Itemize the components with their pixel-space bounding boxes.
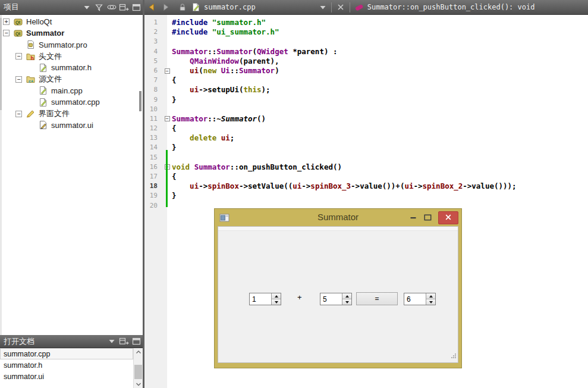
maximize-icon[interactable] [420,214,435,221]
line-number: 10 [144,105,162,114]
code-text: { [172,76,177,85]
current-symbol[interactable]: Summator::on_pushButton_clicked(): void [367,3,535,11]
collapse-icon[interactable]: − [15,53,22,60]
code-line-3[interactable]: 3 [144,37,588,46]
tree-item-界面文件[interactable]: −界面文件 [2,108,138,119]
tree-item-label: Summator.pro [39,40,87,49]
expand-icon[interactable]: + [3,18,10,25]
method-symbol-icon [353,2,365,12]
code-line-2[interactable]: 2#include "ui_summator.h" [144,27,588,37]
tree-item-summator.cpp[interactable]: summator.cpp [2,96,138,108]
code-text: Summator::~Summator() [172,114,266,124]
tree-item-Summator[interactable]: −QtSummator [2,27,138,39]
line-number: 11 [144,114,162,124]
open-documents-scrollbar[interactable] [133,348,143,388]
collapse-icon[interactable]: − [15,76,22,83]
spinbox-a-up-button[interactable] [272,293,281,299]
equals-button[interactable]: = [356,292,398,305]
svg-text:Qt: Qt [15,20,21,25]
spinbox-result[interactable]: 6 [404,293,436,305]
close-file-icon[interactable] [335,3,347,11]
file-type-icon [190,3,202,11]
tree-item-summator.h[interactable]: summator.h [2,62,138,73]
code-text: { [172,172,177,182]
qt-creator-window: 项目 +QtHelloQt−QtSummatorSummator.pro−h头文… [0,0,588,388]
collapse-icon[interactable]: − [3,30,10,36]
arrow-down-icon [345,301,349,303]
open-document-summator.cpp[interactable]: summator.cpp [0,348,133,359]
code-text: #include "summator.h" [172,18,266,27]
tree-item-头文件[interactable]: −h头文件 [2,51,138,62]
code-line-12[interactable]: 12{ [144,124,588,133]
collapse-icon[interactable]: − [15,111,22,117]
scrollbar-thumb[interactable] [134,365,142,379]
code-line-8[interactable]: 8 ui->setupUi(this); [144,85,588,95]
filter-icon[interactable] [93,0,105,15]
code-line-4[interactable]: 4Summator::Summator(QWidget *parent) : [144,47,588,57]
scroll-up-icon[interactable] [134,348,143,356]
spinbox-b-value[interactable]: 5 [320,293,342,305]
tree-item-label: Summator [26,29,64,37]
chevron-down-icon[interactable] [105,334,118,349]
tree-item-HelloQt[interactable]: +QtHelloQt [2,16,138,27]
tree-scrollbar-thumb[interactable] [139,91,142,111]
code-line-10[interactable]: 10 [144,105,588,114]
spinbox-a[interactable]: 1 [249,293,281,305]
tree-item-summator.ui[interactable]: summator.ui [2,120,138,131]
code-line-14[interactable]: 14} [144,143,588,152]
code-line-19[interactable]: 19} [144,191,588,201]
open-file-name[interactable]: summator.cpp [204,3,256,11]
spinbox-b-up-button[interactable] [342,293,351,299]
tree-item-Summator.pro[interactable]: Summator.pro [2,39,138,51]
spinbox-b[interactable]: 5 [320,293,352,305]
code-line-1[interactable]: 1#include "summator.h" [144,18,588,27]
code-line-7[interactable]: 7{ [144,76,588,85]
summator-app-window[interactable]: Summator 1 + 5 [214,208,462,368]
spinbox-result-up-button[interactable] [426,293,435,299]
app-titlebar[interactable]: Summator [215,209,461,226]
line-number: 19 [144,191,162,201]
spinbox-a-down-button[interactable] [272,299,281,305]
project-panel-title: 项目 [0,2,80,12]
open-documents-panel: 打开文档 summator.cppsummator.hsummator.ui [0,335,143,388]
close-panel-icon[interactable] [130,0,143,15]
spinbox-result-value[interactable]: 6 [404,293,426,305]
close-panel-icon[interactable] [130,334,143,349]
back-icon[interactable] [144,2,159,12]
code-line-18[interactable]: 18 ui->spinBox->setValue((ui->spinBox_3-… [144,182,588,191]
sync-with-editor-icon[interactable] [105,0,118,15]
app-menubar [218,227,458,231]
code-line-6[interactable]: 6− ui(new Ui::Summator) [144,66,588,76]
arrow-up-icon [345,295,349,298]
file-dropdown-icon[interactable] [317,5,328,10]
code-line-11[interactable]: 11−Summator::~Summator() [144,114,588,124]
editor-toolbar: summator.cpp Summator::on_pushButton_cli… [144,0,588,15]
lock-icon[interactable] [175,2,190,12]
split-panel-icon[interactable] [118,334,130,349]
code-line-15[interactable]: 15 [144,153,588,162]
resize-grip-icon[interactable] [450,351,457,361]
spinbox-a-value[interactable]: 1 [250,293,271,305]
code-line-13[interactable]: 13 delete ui; [144,133,588,143]
split-panel-icon[interactable] [118,0,130,15]
open-document-summator.ui[interactable]: summator.ui [0,371,133,382]
scroll-down-icon[interactable] [134,380,143,388]
fold-marker-icon[interactable]: − [165,68,170,74]
code-line-9[interactable]: 9} [144,95,588,105]
tree-item-main.cpp[interactable]: main.cpp [2,85,138,96]
chevron-down-icon[interactable] [80,0,93,15]
open-document-summator.h[interactable]: summator.h [0,359,133,371]
minimize-icon[interactable] [406,217,420,219]
code-line-5[interactable]: 5 QMainWindow(parent), [144,57,588,66]
code-text: void Summator::on_pushButton_clicked() [172,162,342,172]
spinbox-result-down-button[interactable] [426,299,435,305]
tree-item-源文件[interactable]: −c+源文件 [2,73,138,85]
qt-project-icon: Qt [14,18,23,26]
fold-marker-icon[interactable]: − [165,116,170,121]
forward-icon[interactable] [159,2,173,12]
code-text: ui(new Ui::Summator) [172,66,279,76]
close-button[interactable] [438,211,458,224]
code-line-17[interactable]: 17{ [144,172,588,182]
spinbox-b-down-button[interactable] [342,299,351,305]
code-line-16[interactable]: 16−void Summator::on_pushButton_clicked(… [144,162,588,172]
